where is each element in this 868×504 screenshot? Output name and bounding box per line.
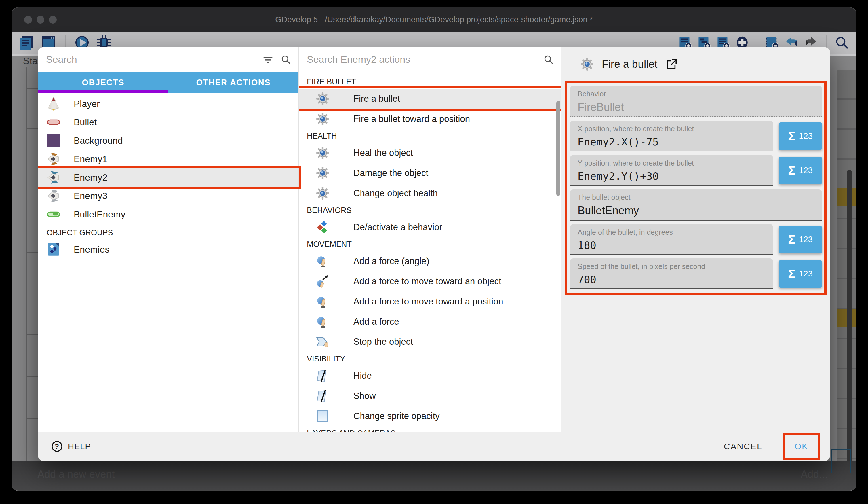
action-row-show[interactable]: Show xyxy=(299,386,561,406)
enemy2-ship-icon xyxy=(46,171,60,184)
object-row-bullet[interactable]: Bullet xyxy=(38,113,298,131)
project-manager-icon[interactable] xyxy=(19,35,34,50)
object-row-enemy2[interactable]: Enemy2 xyxy=(38,168,298,187)
action-row-heal-object[interactable]: Heal the object xyxy=(299,143,561,163)
action-detail-panel: Fire a bullet Behavior FireBullet X posi… xyxy=(561,47,830,432)
section-behaviors: BEHAVIORS xyxy=(299,203,561,217)
cancel-button[interactable]: CANCEL xyxy=(719,437,767,455)
angle-field[interactable]: Angle of the bullet, in degrees 180 xyxy=(570,224,773,255)
field-label: Angle of the bullet, in degrees xyxy=(578,228,773,236)
force-icon xyxy=(316,255,329,268)
field-label: The bullet object xyxy=(578,193,822,202)
enemy3-ship-icon xyxy=(46,189,60,203)
object-label: Bullet xyxy=(74,117,97,128)
object-row-bulletenemy[interactable]: BulletEnemy xyxy=(38,205,298,223)
action-label: Change sprite opacity xyxy=(353,411,440,421)
action-label: Damage the object xyxy=(353,168,428,178)
section-fire-bullet: FIRE BULLET xyxy=(299,75,561,89)
action-row-stop-object[interactable]: Stop the object xyxy=(299,332,561,352)
bullet-icon xyxy=(46,115,60,129)
background-swatch-icon xyxy=(46,134,60,148)
ok-button[interactable]: OK xyxy=(785,435,818,457)
zoom-window-icon[interactable] xyxy=(49,16,57,24)
sigma-icon: Σ xyxy=(788,129,795,143)
expression-builder-button[interactable]: Σ 123 xyxy=(779,226,822,253)
search-icon[interactable] xyxy=(281,54,291,65)
field-value[interactable]: Enemy2.Y()+30 xyxy=(578,170,773,182)
object-label: Background xyxy=(74,135,123,146)
action-row-damage-object[interactable]: Damage the object xyxy=(299,163,561,183)
stop-icon xyxy=(316,335,329,349)
objects-search-row xyxy=(38,47,298,72)
tab-objects[interactable]: OBJECTS xyxy=(38,72,168,93)
numbers-label: 123 xyxy=(799,235,813,244)
objects-search-input[interactable] xyxy=(45,53,263,65)
action-label: Stop the object xyxy=(353,337,413,347)
action-row-add-force-toward-object[interactable]: Add a force to move toward an object xyxy=(299,271,561,291)
action-label: Show xyxy=(353,391,376,401)
field-value: FireBullet xyxy=(578,101,822,113)
object-row-enemy1[interactable]: Enemy1 xyxy=(38,150,298,168)
close-window-icon[interactable] xyxy=(24,16,32,24)
object-list: Player Bullet Background xyxy=(38,93,298,223)
objects-panel: OBJECTS OTHER ACTIONS Player xyxy=(38,47,298,432)
speed-field[interactable]: Speed of the bullet, in pixels per secon… xyxy=(570,258,773,289)
minimize-window-icon[interactable] xyxy=(37,16,44,24)
field-value[interactable]: 180 xyxy=(578,239,773,251)
field-value[interactable]: Enemy2.X()-75 xyxy=(578,136,773,148)
traffic-lights[interactable] xyxy=(24,16,57,24)
expression-builder-button[interactable]: Σ 123 xyxy=(779,122,822,150)
object-label: Enemy3 xyxy=(74,191,107,201)
behavior-icon xyxy=(316,221,329,234)
filter-icon[interactable] xyxy=(263,54,273,65)
expression-builder-button[interactable]: Σ 123 xyxy=(779,157,822,184)
player-ship-icon xyxy=(46,97,60,111)
numbers-label: 123 xyxy=(799,269,813,279)
object-row-enemy3[interactable]: Enemy3 xyxy=(38,187,298,205)
action-row-add-force-toward-position[interactable]: Add a force to move toward a position xyxy=(299,291,561,312)
open-in-new-icon[interactable] xyxy=(665,58,678,70)
force-icon xyxy=(316,315,329,328)
action-row-deactivate-behavior[interactable]: De/activate a behavior xyxy=(299,217,561,237)
section-movement: MOVEMENT xyxy=(299,237,561,251)
force-toward-object-icon xyxy=(316,275,329,288)
section-layers-and-cameras: LAYERS AND CAMERAS xyxy=(299,426,561,432)
field-value[interactable]: 700 xyxy=(578,274,773,285)
action-row-change-object-health[interactable]: Change object health xyxy=(299,183,561,203)
y-position-field[interactable]: Y position, where to create the bullet E… xyxy=(570,155,773,186)
action-row-add-force-angle[interactable]: Add a force (angle) xyxy=(299,251,561,271)
search-icon[interactable] xyxy=(544,54,554,65)
expression-builder-button[interactable]: Σ 123 xyxy=(779,260,822,288)
x-position-field[interactable]: X position, where to create the bullet E… xyxy=(570,121,773,151)
search-events-icon[interactable] xyxy=(835,36,849,50)
action-label: Hide xyxy=(353,371,372,381)
actions-scrollbar[interactable] xyxy=(556,101,560,196)
opacity-icon xyxy=(316,410,329,423)
field-label: Speed of the bullet, in pixels per secon… xyxy=(578,262,773,271)
action-row-hide[interactable]: Hide xyxy=(299,366,561,386)
action-row-change-sprite-opacity[interactable]: Change sprite opacity xyxy=(299,406,561,426)
help-button[interactable]: HELP xyxy=(51,440,91,453)
section-health: HEALTH xyxy=(299,129,561,143)
action-row-fire-toward-position[interactable]: Fire a bullet toward a position xyxy=(299,109,561,129)
group-row-enemies[interactable]: Enemies xyxy=(38,240,298,259)
object-row-player[interactable]: Player xyxy=(38,94,298,113)
app-window: GDevelop 5 - /Users/dkarakay/Documents/G… xyxy=(11,8,857,491)
tab-other-actions[interactable]: OTHER ACTIONS xyxy=(168,72,299,93)
action-row-fire-a-bullet[interactable]: Fire a bullet xyxy=(299,89,561,109)
gear-icon xyxy=(316,92,329,105)
action-row-add-force[interactable]: Add a force xyxy=(299,312,561,332)
sigma-icon: Σ xyxy=(788,267,795,281)
object-label: BulletEnemy xyxy=(74,209,125,220)
field-value[interactable]: BulletEnemy xyxy=(578,204,822,217)
hide-icon xyxy=(316,369,329,382)
bullet-object-field[interactable]: The bullet object BulletEnemy xyxy=(570,189,822,221)
actions-search-input[interactable] xyxy=(306,53,544,65)
help-icon xyxy=(51,440,63,453)
action-label: Change object health xyxy=(353,188,438,199)
section-visibility: VISIBILITY xyxy=(299,352,561,366)
action-label: Heal the object xyxy=(353,148,413,158)
enemy1-ship-icon xyxy=(46,152,60,166)
object-row-background[interactable]: Background xyxy=(38,131,298,150)
gear-icon xyxy=(316,112,329,125)
